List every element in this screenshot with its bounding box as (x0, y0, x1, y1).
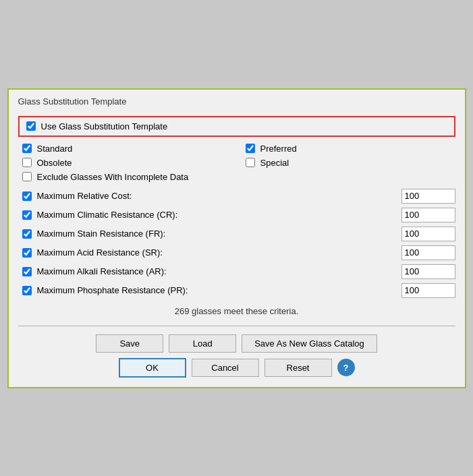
save-button[interactable]: Save (96, 334, 163, 353)
divider (18, 326, 455, 326)
cancel-button[interactable]: Cancel (192, 359, 259, 377)
max_ar-label: Maximum Alkali Resistance (AR): (37, 266, 167, 276)
max_cr-checkbox[interactable] (22, 210, 32, 220)
special-row: Special (246, 158, 455, 168)
field-row-max_fr: Maximum Stain Resistance (FR): (18, 227, 455, 241)
max_fr-label: Maximum Stain Resistance (FR): (37, 229, 166, 239)
use-template-checkbox[interactable] (26, 121, 36, 131)
top-button-row: Save Load Save As New Glass Catalog (18, 334, 455, 353)
ok-button[interactable]: OK (119, 358, 186, 378)
obsolete-checkbox[interactable] (22, 158, 32, 167)
field-row-max_cost: Maximum Relative Cost: (18, 189, 455, 204)
max_pr-input[interactable] (401, 283, 455, 298)
criteria-text: 269 glasses meet these criteria. (18, 306, 455, 316)
special-checkbox[interactable] (246, 158, 255, 167)
glass-substitution-dialog: Glass Substitution Template Use Glass Su… (7, 88, 466, 388)
max_cost-checkbox[interactable] (22, 191, 32, 201)
dialog-title: Glass Substitution Template (18, 96, 455, 109)
max_fr-input[interactable] (401, 227, 455, 241)
max_cost-input[interactable] (401, 189, 455, 204)
max_sr-input[interactable] (401, 245, 455, 260)
obsolete-row: Obsolete (22, 158, 232, 168)
standard-row: Standard (22, 144, 232, 154)
max_cost-label: Maximum Relative Cost: (37, 191, 132, 201)
exclude-label: Exclude Glasses With Incomplete Data (37, 172, 189, 182)
preferred-label: Preferred (260, 144, 297, 154)
max_fr-checkbox[interactable] (22, 229, 32, 239)
exclude-checkbox[interactable] (22, 172, 32, 181)
max_sr-checkbox[interactable] (22, 248, 32, 258)
max_cr-label: Maximum Climatic Resistance (CR): (37, 210, 178, 220)
preferred-row: Preferred (246, 144, 455, 154)
load-button[interactable]: Load (169, 334, 236, 353)
field-row-max_pr: Maximum Phosphate Resistance (PR): (18, 283, 455, 298)
field-row-max_sr: Maximum Acid Resistance (SR): (18, 245, 455, 260)
special-label: Special (260, 158, 289, 168)
field-row-max_ar: Maximum Alkali Resistance (AR): (18, 264, 455, 279)
reset-button[interactable]: Reset (265, 359, 332, 377)
standard-label: Standard (37, 144, 73, 154)
help-button[interactable]: ? (337, 359, 355, 376)
ok-row: OK Cancel Reset ? (18, 358, 455, 378)
max_ar-checkbox[interactable] (22, 267, 32, 276)
max_ar-input[interactable] (401, 264, 455, 279)
preferred-checkbox[interactable] (246, 144, 255, 153)
use-template-row: Use Glass Substitution Template (18, 116, 455, 137)
max_pr-checkbox[interactable] (22, 286, 32, 295)
max_sr-label: Maximum Acid Resistance (SR): (37, 247, 163, 258)
standard-checkbox[interactable] (22, 144, 32, 153)
save-as-new-button[interactable]: Save As New Glass Catalog (242, 334, 377, 353)
obsolete-label: Obsolete (37, 158, 72, 168)
exclude-row: Exclude Glasses With Incomplete Data (18, 172, 455, 182)
fields-container: Maximum Relative Cost:Maximum Climatic R… (18, 189, 455, 298)
use-template-label: Use Glass Substitution Template (41, 121, 168, 131)
checkbox-grid: Standard Preferred Obsolete Special (18, 144, 455, 168)
field-row-max_cr: Maximum Climatic Resistance (CR): (18, 208, 455, 222)
max_cr-input[interactable] (401, 208, 455, 222)
max_pr-label: Maximum Phosphate Resistance (PR): (37, 285, 188, 295)
